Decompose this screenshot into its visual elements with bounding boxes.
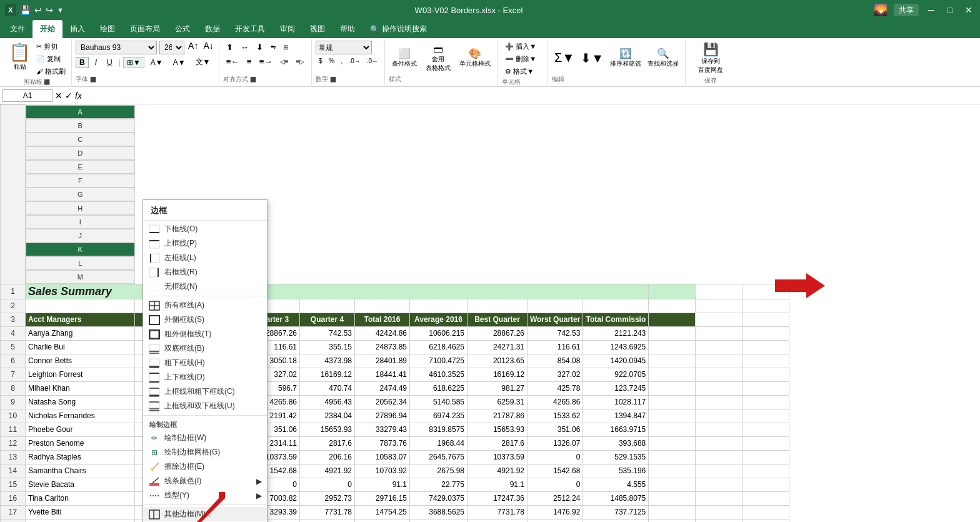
menu-item-line-style[interactable]: 线型(Y) ▶: [143, 488, 267, 503]
cell-L2[interactable]: [696, 299, 742, 313]
cell-M2[interactable]: [742, 299, 789, 313]
col-header-B[interactable]: B: [26, 119, 135, 133]
formula-input[interactable]: [84, 90, 978, 101]
decrease-indent-button[interactable]: ◁≡: [277, 55, 292, 68]
cell-F3[interactable]: Total 2016: [355, 313, 410, 326]
share-button[interactable]: 共享: [894, 4, 919, 16]
tab-data[interactable]: 数据: [198, 20, 228, 38]
tab-help[interactable]: 帮助: [332, 20, 362, 38]
tab-page-layout[interactable]: 页面布局: [122, 20, 168, 38]
cell-J2[interactable]: [583, 299, 649, 313]
maximize-button[interactable]: □: [944, 4, 956, 16]
insert-function-icon[interactable]: fx: [75, 91, 82, 101]
insert-cells-button[interactable]: ➕ 插入▼: [502, 41, 544, 53]
cut-button[interactable]: ✂ 剪切: [34, 41, 68, 53]
cell-K2[interactable]: [649, 299, 696, 313]
cell-K3[interactable]: [649, 313, 696, 326]
align-left-button[interactable]: ≡←: [223, 55, 242, 68]
format-painter-button[interactable]: 🖌 格式刷: [34, 66, 68, 78]
align-bottom-button[interactable]: ⬇: [253, 41, 266, 54]
cell-A18[interactable]: Total: [26, 519, 135, 522]
minimize-button[interactable]: ─: [925, 4, 938, 16]
cell-A16[interactable]: Tina Carlton: [26, 491, 135, 505]
col-header-H[interactable]: H: [26, 201, 135, 215]
cell-F2[interactable]: [355, 299, 410, 313]
col-header-G[interactable]: G: [26, 188, 135, 201]
tab-view[interactable]: 视图: [302, 20, 332, 38]
menu-item-top-border[interactable]: 上框线(P): [143, 236, 267, 251]
menu-item-no-border[interactable]: 无框线(N): [143, 279, 267, 294]
cell-A4[interactable]: Aanya Zhang: [26, 326, 135, 340]
quick-access-more[interactable]: ▼: [57, 6, 64, 14]
decrease-font-button[interactable]: A↓: [202, 41, 214, 54]
col-header-I[interactable]: I: [26, 215, 135, 229]
fill-color-button[interactable]: A▼: [147, 57, 167, 68]
cell-A1[interactable]: Sales Summary: [26, 284, 649, 299]
cell-H2[interactable]: [468, 299, 528, 313]
menu-item-top-thick-bottom[interactable]: 上框线和粗下框线(C): [143, 384, 267, 399]
increase-decimal-button[interactable]: .0→: [346, 56, 362, 66]
col-header-D[interactable]: D: [26, 146, 135, 160]
col-header-J[interactable]: J: [26, 229, 135, 243]
menu-item-more-borders[interactable]: 其他边框(M)...: [143, 507, 267, 521]
tab-developer[interactable]: 开发工具: [228, 20, 272, 38]
cell-H3[interactable]: Best Quarter: [468, 313, 528, 326]
align-middle-button[interactable]: ↔: [238, 41, 252, 54]
fill-button[interactable]: ⬇▼: [578, 49, 606, 68]
cell-A6[interactable]: Connor Betts: [26, 354, 135, 368]
cell-L1[interactable]: [696, 284, 742, 299]
cell-E3[interactable]: Quarter 4: [300, 313, 355, 326]
cell-M1[interactable]: [742, 284, 789, 299]
tab-review[interactable]: 审阅: [272, 20, 302, 38]
wrap-text-button[interactable]: ⇋: [268, 41, 279, 54]
cell-A12[interactable]: Preston Senome: [26, 436, 135, 450]
cell-A14[interactable]: Samantha Chairs: [26, 464, 135, 478]
align-top-button[interactable]: ⬆: [223, 41, 236, 54]
menu-item-double-bottom[interactable]: 双底框线(B): [143, 341, 267, 356]
cell-A9[interactable]: Natasha Song: [26, 395, 135, 409]
cell-I3[interactable]: Worst Quarter: [528, 313, 583, 326]
cell-A2[interactable]: [26, 299, 135, 313]
menu-item-right-border[interactable]: 右框线(R): [143, 265, 267, 279]
format-as-table-button[interactable]: 🗃 套用表格格式: [422, 42, 454, 74]
sort-filter-button[interactable]: 🔃 排序和筛选: [608, 46, 644, 70]
format-cells-button[interactable]: ⚙ 格式▼: [502, 66, 544, 78]
menu-item-left-border[interactable]: 左框线(L): [143, 251, 267, 265]
autosum-button[interactable]: Σ▼: [552, 49, 577, 67]
cell-A5[interactable]: Charlie Bui: [26, 340, 135, 354]
cell-reference[interactable]: [2, 89, 52, 102]
align-right-button[interactable]: ≡→: [256, 55, 276, 68]
cell-A15[interactable]: Stevie Bacata: [26, 478, 135, 491]
cell-A17[interactable]: Yvette Biti: [26, 505, 135, 519]
italic-button[interactable]: I: [91, 57, 101, 68]
cell-I2[interactable]: [528, 299, 583, 313]
number-format-selector[interactable]: 常规: [316, 41, 372, 54]
cell-K1[interactable]: [649, 284, 696, 299]
cell-A7[interactable]: Leighton Forrest: [26, 368, 135, 381]
borders-button[interactable]: ⊞▼: [123, 57, 144, 68]
cell-A8[interactable]: Mihael Khan: [26, 381, 135, 395]
col-header-C[interactable]: C: [26, 133, 135, 146]
menu-item-thick-bottom[interactable]: 粗下框线(H): [143, 356, 267, 370]
menu-item-line-color[interactable]: 线条颜色(I) ▶: [143, 474, 267, 488]
increase-indent-button[interactable]: ≡▷: [293, 55, 308, 68]
percent-button[interactable]: %: [326, 56, 338, 66]
tab-home[interactable]: 开始: [32, 20, 62, 38]
quick-access-undo[interactable]: ↩: [34, 5, 42, 15]
menu-item-thick-outside[interactable]: 粗外侧框线(T): [143, 327, 267, 341]
tab-formulas[interactable]: 公式: [168, 20, 198, 38]
menu-item-all-borders[interactable]: 所有框线(A): [143, 298, 267, 313]
cell-styles-button[interactable]: 🎨 单元格样式: [456, 46, 494, 70]
tab-search[interactable]: 🔍 操作说明搜索: [362, 20, 434, 38]
menu-item-erase-border[interactable]: 🧹 擦除边框(E): [143, 459, 267, 474]
find-select-button[interactable]: 🔍 查找和选择: [645, 46, 681, 70]
cell-G2[interactable]: [410, 299, 468, 313]
save-baidu-button[interactable]: 💾 保存到百度网盘: [695, 40, 726, 76]
quick-access-redo[interactable]: ↪: [46, 5, 53, 15]
cell-A13[interactable]: Radhya Staples: [26, 450, 135, 464]
col-header-E[interactable]: E: [26, 160, 135, 174]
copy-button[interactable]: 📄 复制: [34, 53, 68, 65]
tab-file[interactable]: 文件: [2, 20, 32, 38]
comma-button[interactable]: ,: [338, 56, 345, 66]
conditional-format-button[interactable]: ⬜ 条件格式: [389, 46, 420, 70]
